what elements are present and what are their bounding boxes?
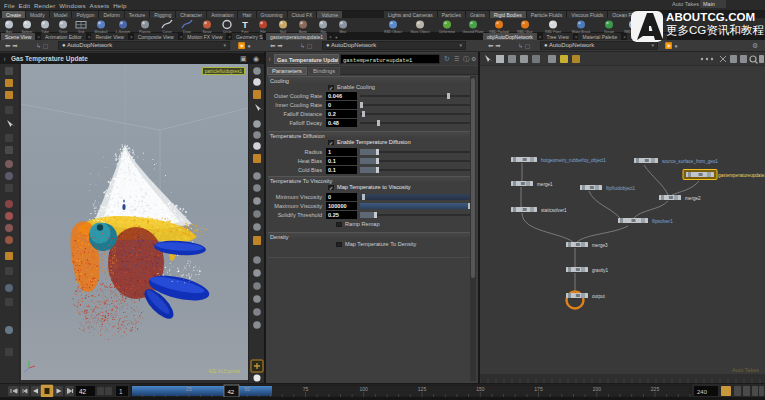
svg-text:100: 100 bbox=[360, 386, 369, 392]
svg-text:gravity1: gravity1 bbox=[592, 268, 609, 273]
svg-text:25: 25 bbox=[186, 386, 192, 392]
svg-text:42: 42 bbox=[79, 388, 87, 395]
svg-text:merge3: merge3 bbox=[592, 243, 608, 248]
svg-text:200: 200 bbox=[593, 386, 602, 392]
svg-text:42: 42 bbox=[228, 389, 235, 395]
svg-text:125: 125 bbox=[418, 386, 427, 392]
svg-text:staticsolver1: staticsolver1 bbox=[541, 208, 567, 213]
svg-text:240: 240 bbox=[697, 389, 708, 395]
svg-text:gastemperatureupdate1: gastemperatureupdate1 bbox=[718, 173, 765, 178]
svg-text:75: 75 bbox=[303, 386, 309, 392]
svg-text:flipsolver1: flipsolver1 bbox=[652, 219, 673, 224]
svg-text:150: 150 bbox=[476, 386, 485, 392]
svg-text:source_surface_from_geo1: source_surface_from_geo1 bbox=[662, 159, 718, 164]
svg-text:175: 175 bbox=[534, 386, 543, 392]
svg-text:1: 1 bbox=[119, 388, 123, 395]
svg-text:hotgeometry_rubberfoy_object1: hotgeometry_rubberfoy_object1 bbox=[541, 158, 606, 163]
svg-text:flipfluidobject1: flipfluidobject1 bbox=[606, 186, 636, 191]
svg-text:merge1: merge1 bbox=[537, 182, 553, 187]
svg-text:50: 50 bbox=[244, 386, 250, 392]
svg-text:merge2: merge2 bbox=[685, 196, 701, 201]
svg-text:225: 225 bbox=[651, 386, 660, 392]
svg-text:output: output bbox=[592, 294, 605, 299]
svg-text:T: T bbox=[242, 20, 248, 30]
